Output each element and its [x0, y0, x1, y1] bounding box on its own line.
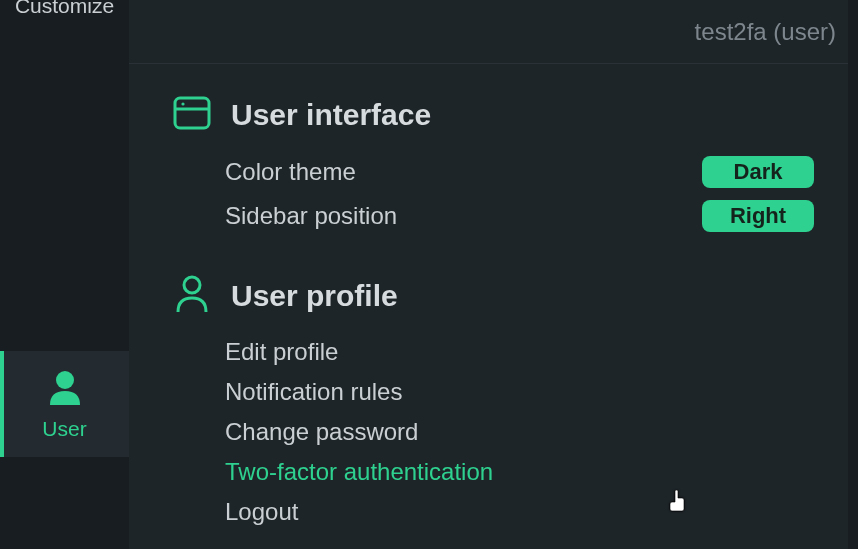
profile-item-edit-profile[interactable]: Edit profile [173, 332, 814, 372]
user-display: test2fa (user) [695, 18, 836, 46]
section-title-ui: User interface [173, 94, 814, 136]
user-profile-icon [173, 274, 211, 318]
main: test2fa (user) User interface Color them… [129, 0, 858, 549]
profile-item-two-factor-auth[interactable]: Two-factor authentication [173, 452, 814, 492]
setting-color-theme: Color theme Dark [173, 150, 814, 194]
svg-point-3 [181, 102, 184, 105]
section-title-profile: User profile [173, 274, 814, 318]
svg-rect-1 [175, 98, 209, 128]
profile-item-notification-rules[interactable]: Notification rules [173, 372, 814, 412]
right-edge [848, 0, 858, 549]
profile-item-change-password[interactable]: Change password [173, 412, 814, 452]
header: test2fa (user) [129, 0, 858, 64]
sidebar-item-user[interactable]: User [0, 351, 129, 457]
user-icon [48, 369, 82, 409]
color-theme-toggle[interactable]: Dark [702, 156, 814, 188]
section-heading: User interface [231, 98, 431, 132]
content: User interface Color theme Dark Sidebar … [129, 64, 858, 532]
setting-sidebar-position: Sidebar position Right [173, 194, 814, 238]
svg-point-4 [184, 277, 200, 293]
svg-point-0 [56, 371, 74, 389]
setting-label: Color theme [225, 158, 702, 186]
setting-label: Sidebar position [225, 202, 702, 230]
sidebar-item-label: User [42, 417, 86, 441]
sidebar-spacer [0, 34, 129, 351]
profile-item-logout[interactable]: Logout [173, 492, 814, 532]
sidebar-item-label: Customize [15, 0, 114, 18]
sidebar: Customize User [0, 0, 129, 549]
section-heading: User profile [231, 279, 398, 313]
window-icon [173, 94, 211, 136]
sidebar-item-customize[interactable]: Customize [0, 0, 129, 34]
sidebar-bottom-pad [0, 457, 129, 549]
sidebar-position-toggle[interactable]: Right [702, 200, 814, 232]
